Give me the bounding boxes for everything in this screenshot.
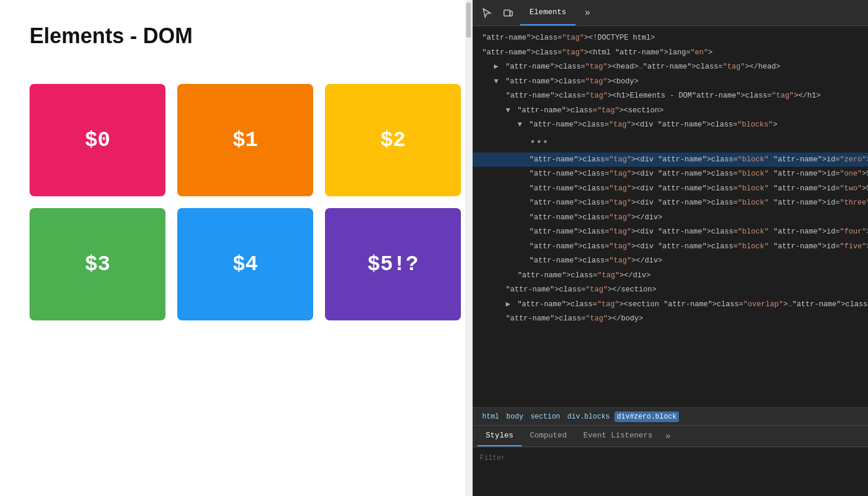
breadcrumb-item-4[interactable]: div#zero.block	[615, 411, 679, 422]
breadcrumb-item-3[interactable]: div.blocks	[565, 411, 612, 422]
dom-line-section-close[interactable]: "attr-name">class="tag"></section>	[473, 283, 868, 297]
block-four[interactable]: $4	[177, 208, 313, 320]
dom-line-doctype[interactable]: "attr-name">class="tag"><!DOCTYPE html>	[473, 31, 868, 46]
dom-line-div-five-open[interactable]: "attr-name">class="tag"><div "attr-name"…	[473, 239, 868, 254]
dom-line-div-four[interactable]: "attr-name">class="tag"><div "attr-name"…	[473, 225, 868, 239]
device-toggle-icon[interactable]	[499, 4, 518, 22]
breadcrumb-item-1[interactable]: body	[504, 411, 526, 422]
bottom-tabs: Styles Computed Event Listeners »	[473, 426, 868, 447]
breadcrumb-item-2[interactable]: section	[528, 411, 563, 422]
filter-bar: :hov .cls +	[473, 447, 868, 468]
dom-line-div-zero[interactable]: "attr-name">class="tag"><div "attr-name"…	[473, 153, 868, 167]
svg-rect-1	[510, 11, 512, 16]
bottom-panel: Styles Computed Event Listeners » :hov .…	[473, 425, 868, 496]
dom-line-body-close[interactable]: "attr-name">class="tag"></body>	[473, 312, 868, 326]
block-zero[interactable]: $0	[30, 84, 165, 196]
more-bottom-tabs-icon[interactable]: »	[661, 432, 675, 441]
dom-line-head[interactable]: ▶ "attr-name">class="tag"><head>…"attr-n…	[473, 60, 868, 74]
dom-line-div-five-close[interactable]: "attr-name">class="tag"></div>	[473, 254, 868, 268]
filter-input[interactable]	[480, 454, 868, 462]
dom-dots-line: •••	[473, 132, 868, 153]
devtools-panel: Elements » ⋮ ✕ "attr-name">class="tag"><…	[473, 0, 868, 496]
scrollbar[interactable]	[465, 0, 472, 496]
dom-line-div-three-close[interactable]: "attr-name">class="tag"></div>	[473, 210, 868, 225]
dom-line-div-one[interactable]: "attr-name">class="tag"><div "attr-name"…	[473, 167, 868, 181]
dom-line-blocks-close[interactable]: "attr-name">class="tag"></div>	[473, 268, 868, 283]
block-two[interactable]: $2	[325, 84, 461, 196]
dom-line-h1[interactable]: "attr-name">class="tag"><h1>Elements - D…	[473, 89, 868, 103]
dom-line-body-open[interactable]: ▼ "attr-name">class="tag"><body>	[473, 74, 868, 89]
devtools-toolbar: Elements » ⋮ ✕	[473, 0, 868, 26]
dom-line-section-overlap[interactable]: ▶ "attr-name">class="tag"><section "attr…	[473, 297, 868, 312]
scrollbar-thumb[interactable]	[466, 2, 471, 38]
left-panel: Elements - DOM $0$1$2$3$4$5!?	[0, 0, 473, 496]
breadcrumb-item-0[interactable]: html	[480, 411, 502, 422]
dom-tree[interactable]: "attr-name">class="tag"><!DOCTYPE html>"…	[473, 26, 868, 407]
more-tabs-icon[interactable]: »	[578, 4, 597, 22]
block-three[interactable]: $3	[30, 208, 165, 320]
blocks-grid: $0$1$2$3$4$5!?	[30, 84, 443, 320]
dom-line-div-blocks[interactable]: ▼ "attr-name">class="tag"><div "attr-nam…	[473, 118, 868, 132]
tab-event-listeners[interactable]: Event Listeners	[575, 426, 661, 446]
block-one[interactable]: $1	[177, 84, 313, 196]
tab-styles[interactable]: Styles	[477, 426, 522, 446]
breadcrumb-bar: html body section div.blocks div#zero.bl…	[473, 407, 868, 425]
dom-line-div-three-open[interactable]: "attr-name">class="tag"><div "attr-name"…	[473, 196, 868, 210]
block-five[interactable]: $5!?	[325, 208, 461, 320]
dom-line-div-two[interactable]: "attr-name">class="tag"><div "attr-name"…	[473, 181, 868, 196]
devtools-top-tabs: Elements	[520, 0, 576, 25]
page-title: Elements - DOM	[30, 24, 443, 48]
dom-line-html-open[interactable]: "attr-name">class="tag"><html "attr-name…	[473, 46, 868, 60]
inspector-icon[interactable]	[477, 4, 496, 22]
tab-elements[interactable]: Elements	[520, 0, 576, 25]
dom-line-section-open[interactable]: ▼ "attr-name">class="tag"><section>	[473, 103, 868, 118]
svg-rect-0	[504, 10, 510, 16]
tab-computed[interactable]: Computed	[522, 426, 575, 446]
